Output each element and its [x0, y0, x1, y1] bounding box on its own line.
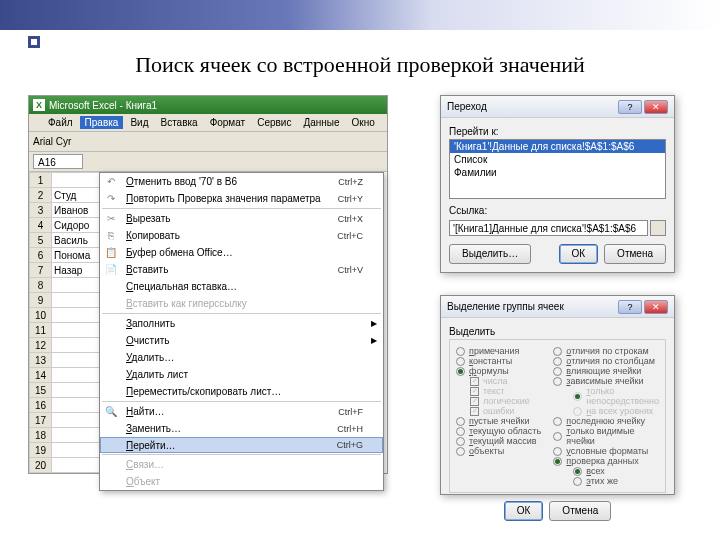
row-header[interactable]: 17 [30, 413, 52, 428]
row-header[interactable]: 8 [30, 278, 52, 293]
row-header[interactable]: 1 [30, 173, 52, 188]
name-box[interactable]: A16 [33, 154, 83, 169]
goto-ref-input[interactable] [449, 220, 648, 236]
menu-item-label: Повторить Проверка значения параметра [126, 193, 332, 204]
menu-item-shortcut: Ctrl+C [337, 231, 363, 241]
radio-option[interactable]: проверка данных [553, 456, 659, 466]
excel-menubar[interactable]: Файл Правка Вид Вставка Формат Сервис Да… [29, 114, 387, 132]
goto-ok-button[interactable]: ОК [559, 244, 599, 264]
menu-item: Связи… [100, 456, 383, 473]
goto-cancel-button[interactable]: Отмена [604, 244, 666, 264]
menu-insert[interactable]: Вставка [155, 116, 202, 129]
menu-item-icon: 🔍 [102, 405, 120, 419]
radio-option[interactable]: константы [456, 356, 547, 366]
font-name[interactable]: Arial Cyr [33, 136, 71, 147]
radio-option[interactable]: условные форматы [553, 446, 659, 456]
close-button[interactable]: ✕ [644, 300, 668, 314]
menu-item[interactable]: Заменить…Ctrl+H [100, 420, 383, 437]
goto-select-button[interactable]: Выделить… [449, 244, 531, 264]
row-header[interactable]: 4 [30, 218, 52, 233]
menu-item[interactable]: Перейти…Ctrl+G [100, 437, 383, 453]
special-ok-button[interactable]: ОК [504, 501, 544, 521]
help-button[interactable]: ? [618, 100, 642, 114]
radio-option[interactable]: влияющие ячейки [553, 366, 659, 376]
menu-item[interactable]: ↶Отменить ввод '70' в B6Ctrl+Z [100, 173, 383, 190]
help-button[interactable]: ? [618, 300, 642, 314]
row-header[interactable]: 18 [30, 428, 52, 443]
row-header[interactable]: 9 [30, 293, 52, 308]
row-header[interactable]: 7 [30, 263, 52, 278]
list-item[interactable]: Фамилии [450, 166, 665, 179]
menu-view[interactable]: Вид [125, 116, 153, 129]
menu-item-label: Отменить ввод '70' в B6 [126, 176, 332, 187]
row-header[interactable]: 2 [30, 188, 52, 203]
row-header[interactable]: 10 [30, 308, 52, 323]
radio-option[interactable]: формулы [456, 366, 547, 376]
menu-item-icon [102, 385, 120, 399]
menu-item-label: Специальная вставка… [126, 281, 357, 292]
radio-option[interactable]: объекты [456, 446, 547, 456]
row-header[interactable]: 16 [30, 398, 52, 413]
check-option: ✓логические [470, 396, 547, 406]
close-button[interactable]: ✕ [644, 100, 668, 114]
special-group-label: Выделить [449, 326, 666, 337]
row-header[interactable]: 5 [30, 233, 52, 248]
row-header[interactable]: 6 [30, 248, 52, 263]
radio-option[interactable]: отличия по столбцам [553, 356, 659, 366]
goto-listbox[interactable]: 'Книга1'!Данные для списка!$A$1:$A$6 Спи… [449, 139, 666, 199]
menu-item[interactable]: 🔍Найти…Ctrl+F [100, 403, 383, 420]
menu-item[interactable]: 📄ВставитьCtrl+V [100, 261, 383, 278]
radio-option[interactable]: этих же [573, 476, 659, 486]
special-title: Выделение группы ячеек [447, 301, 564, 312]
row-header[interactable]: 12 [30, 338, 52, 353]
excel-window: X Microsoft Excel - Книга1 Файл Правка В… [28, 95, 388, 474]
menu-item[interactable]: ↷Повторить Проверка значения параметраCt… [100, 190, 383, 207]
menu-item-icon [102, 297, 120, 311]
radio-option[interactable]: примечания [456, 346, 547, 356]
menu-file[interactable]: Файл [43, 116, 78, 129]
goto-titlebar: Переход ? ✕ [441, 96, 674, 118]
special-cancel-button[interactable]: Отмена [549, 501, 611, 521]
menu-item[interactable]: Очистить▶ [100, 332, 383, 349]
ref-picker-icon[interactable] [650, 220, 666, 236]
menu-item[interactable]: Специальная вставка… [100, 278, 383, 295]
special-select-dialog: Выделение группы ячеек ? ✕ Выделить прим… [440, 295, 675, 495]
menu-tools[interactable]: Сервис [252, 116, 296, 129]
menu-item[interactable]: 📋Буфер обмена Office… [100, 244, 383, 261]
radio-option[interactable]: текущий массив [456, 436, 547, 446]
menu-item-icon [102, 438, 120, 452]
radio-option[interactable]: текущую область [456, 426, 547, 436]
goto-list-label: Перейти к: [449, 126, 666, 137]
radio-option[interactable]: отличия по строкам [553, 346, 659, 356]
menu-item[interactable]: Удалить лист [100, 366, 383, 383]
radio-option[interactable]: пустые ячейки [456, 416, 547, 426]
excel-font-toolbar: Arial Cyr [29, 132, 387, 152]
radio-option[interactable]: всех [573, 466, 659, 476]
row-header[interactable]: 20 [30, 458, 52, 473]
menu-item[interactable]: Удалить… [100, 349, 383, 366]
menu-window[interactable]: Окно [347, 116, 380, 129]
excel-app-icon: X [33, 99, 45, 111]
menu-item[interactable]: ⎘КопироватьCtrl+C [100, 227, 383, 244]
list-item[interactable]: Список [450, 153, 665, 166]
radio-option[interactable]: только видимые ячейки [553, 426, 659, 446]
menu-item[interactable]: ✂ВырезатьCtrl+X [100, 210, 383, 227]
menu-item[interactable]: Переместить/скопировать лист… [100, 383, 383, 400]
menu-data[interactable]: Данные [298, 116, 344, 129]
radio-option[interactable]: зависимые ячейки [553, 376, 659, 386]
menu-item[interactable]: Заполнить▶ [100, 315, 383, 332]
row-header[interactable]: 14 [30, 368, 52, 383]
row-header[interactable]: 19 [30, 443, 52, 458]
row-header[interactable]: 13 [30, 353, 52, 368]
menu-format[interactable]: Формат [205, 116, 251, 129]
row-header[interactable]: 15 [30, 383, 52, 398]
menu-item-shortcut: Ctrl+F [338, 407, 363, 417]
radio-option[interactable]: последнюю ячейку [553, 416, 659, 426]
menu-item-shortcut: Ctrl+H [337, 424, 363, 434]
menu-edit[interactable]: Правка [80, 116, 124, 129]
menu-item-icon: ⎘ [102, 229, 120, 243]
list-item[interactable]: 'Книга1'!Данные для списка!$A$1:$A$6 [450, 140, 665, 153]
row-header[interactable]: 3 [30, 203, 52, 218]
edit-menu-dropdown[interactable]: ↶Отменить ввод '70' в B6Ctrl+Z↷Повторить… [99, 172, 384, 491]
row-header[interactable]: 11 [30, 323, 52, 338]
